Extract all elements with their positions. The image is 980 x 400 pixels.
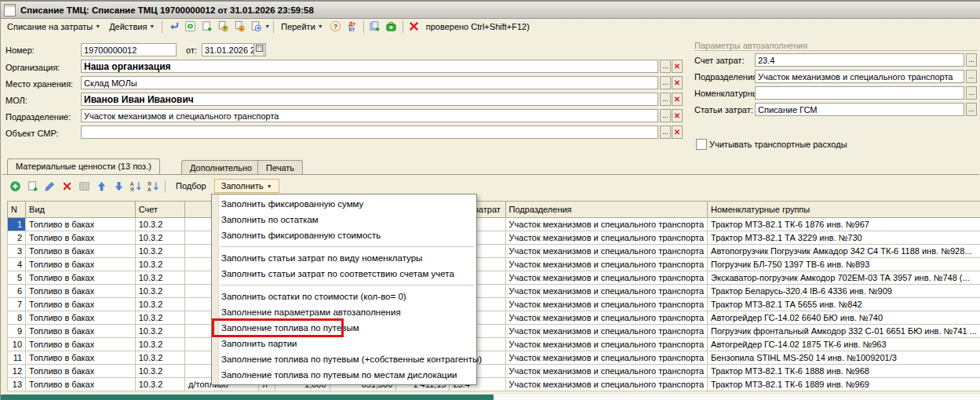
cell-account[interactable]: 10.3.2 xyxy=(135,365,184,378)
cell-account[interactable]: 10.3.2 xyxy=(135,298,184,311)
go-menu-button[interactable]: Перейти ▼ xyxy=(277,20,327,33)
cost-account-select-button[interactable]: ... xyxy=(966,53,977,67)
sort-asc-icon[interactable]: АЯ xyxy=(128,179,144,193)
cell-departments[interactable]: Участок механизмов и специального трансп… xyxy=(505,245,707,258)
tab-material-values[interactable]: Материальные ценности (13 поз.) xyxy=(7,158,160,174)
table-row[interactable]: 11Топливо в баках10.3.24,0008,3323.4Учас… xyxy=(8,351,980,365)
mol-input[interactable] xyxy=(81,93,658,106)
cell-n[interactable]: 8 xyxy=(8,311,26,325)
tab-print[interactable]: Печать xyxy=(257,160,303,174)
cell-vid[interactable]: Топливо в баках xyxy=(26,245,136,258)
cell-n[interactable]: 13 xyxy=(8,378,26,391)
cell-departments[interactable]: Участок механизмов и специального трансп… xyxy=(505,258,707,271)
cell-vid[interactable]: Топливо в баках xyxy=(26,365,136,378)
mol-clear-button[interactable]: ✕ xyxy=(672,93,683,106)
copies-add-button[interactable] xyxy=(367,20,383,34)
cell-account[interactable]: 10.3.2 xyxy=(135,338,184,351)
writeoff-menu-button[interactable]: Списание на затраты ▼ xyxy=(3,20,104,33)
cell-departments[interactable]: Участок механизмов и специального трансп… xyxy=(505,351,707,365)
fill-menu-item[interactable]: Заполнить партии xyxy=(212,336,476,351)
transport-costs-checkbox[interactable] xyxy=(696,139,707,150)
cell-n[interactable]: 3 xyxy=(8,245,26,258)
department-select-button[interactable]: ... xyxy=(660,109,671,122)
fill-menu-item[interactable]: Заполнить статьи затрат по соответствию … xyxy=(212,266,476,282)
table-row[interactable]: 4Топливо в баках10.3.2939,1002 034,7223.… xyxy=(8,258,980,271)
cell-nomen-group[interactable]: Автогрейдер ГС-14.02 6640 БЮ инв. №740 xyxy=(708,311,980,325)
cell-vid[interactable]: Топливо в баках xyxy=(26,351,136,365)
copy-document-button[interactable] xyxy=(199,20,214,34)
cell-vid[interactable]: Топливо в баках xyxy=(26,298,136,311)
cell-departments[interactable]: Участок механизмов и специального трансп… xyxy=(505,271,707,285)
cell-n[interactable]: 12 xyxy=(8,365,26,378)
number-input[interactable] xyxy=(81,43,177,56)
cell-account[interactable]: 10.3.2 xyxy=(135,271,184,285)
move-down-button[interactable] xyxy=(111,179,126,193)
cell-n[interactable]: 9 xyxy=(8,325,26,338)
pick-button[interactable]: Подбор xyxy=(169,180,213,192)
cell-departments[interactable]: Участок механизмов и специального трансп… xyxy=(505,298,707,311)
cell-nomen-group[interactable]: Погрузчик БЛ-750 1397 ТВ-6 инв. №893 xyxy=(708,258,980,271)
cell-account[interactable]: 10.3.2 xyxy=(135,351,184,365)
cell-vid[interactable]: Топливо в баках xyxy=(26,285,136,298)
add-row-button[interactable] xyxy=(7,179,23,193)
autofill-departments-input[interactable] xyxy=(755,70,964,83)
fill-menu-item[interactable]: Заполнить по остаткам xyxy=(212,212,476,227)
cell-n[interactable]: 2 xyxy=(8,231,26,245)
cell-nomen-group[interactable]: Автогрейдер ГС-14.02 1875 ТК-6 инв. №963 xyxy=(708,338,980,351)
fill-menu-item[interactable]: Заполнить остатки по стоимости (кол-во= … xyxy=(212,289,476,304)
cell-nomen-group[interactable]: Бензопила STIHL MS-250 14 инв. №1009201/… xyxy=(708,351,980,365)
fill-menu-item[interactable]: Заполнить фиксированную стоимость xyxy=(212,227,476,243)
movements-in-button[interactable] xyxy=(215,20,231,34)
department-input[interactable] xyxy=(81,109,658,122)
table-row[interactable]: 2Топливо в баках10.3.2430,300932,3223.4У… xyxy=(8,231,980,245)
save-button[interactable] xyxy=(166,20,181,34)
table-row[interactable]: 3Топливо в баках10.3.22 124,4004 602,862… xyxy=(8,245,980,258)
fill-menu-item[interactable]: Заполнение топлива по путевым по местам … xyxy=(212,367,476,383)
unmark-checked-button[interactable] xyxy=(406,20,422,34)
cell-vid[interactable]: Топливо в баках xyxy=(26,311,136,325)
smr-object-select-button[interactable]: ... xyxy=(660,125,671,139)
storage-clear-button[interactable]: ✕ xyxy=(672,76,683,89)
fill-menu-item[interactable]: Заполнить фиксированную сумму xyxy=(212,196,476,212)
cell-n[interactable]: 7 xyxy=(8,298,26,311)
fill-menu-item-highlighted[interactable]: Заполнение топлива по путевым xyxy=(212,320,476,336)
cell-departments[interactable]: Участок механизмов и специального трансп… xyxy=(505,338,707,351)
cell-departments[interactable]: Участок механизмов и специального трансп… xyxy=(505,378,707,391)
cell-nomen-group[interactable]: Автопогрузчик Погрузчик Амкадор 342 С4 Т… xyxy=(708,245,980,258)
add-to-favorites-button[interactable] xyxy=(384,20,399,34)
table-row[interactable]: 10Топливо в баках10.3.22 908,7006 302,18… xyxy=(8,338,980,351)
smr-object-input[interactable] xyxy=(81,125,658,139)
cell-account[interactable]: 10.3.2 xyxy=(135,218,184,231)
mol-select-button[interactable]: ... xyxy=(660,93,671,106)
copy-row-button[interactable] xyxy=(24,179,40,193)
storage-select-button[interactable]: ... xyxy=(660,76,671,89)
cost-items-input[interactable] xyxy=(755,103,964,116)
cell-vid[interactable]: Топливо в баках xyxy=(26,338,136,351)
dtkt-postings-button[interactable]: ДтКт xyxy=(344,20,360,34)
cell-n[interactable]: 4 xyxy=(8,258,26,271)
cell-account[interactable]: 10.3.2 xyxy=(135,245,184,258)
nomenclature-groups-input[interactable] xyxy=(755,86,964,100)
smr-object-clear-button[interactable]: ✕ xyxy=(672,125,683,139)
storage-input[interactable] xyxy=(81,76,658,89)
chevron-down-icon[interactable]: ▼ xyxy=(264,24,270,29)
department-clear-button[interactable]: ✕ xyxy=(672,109,683,122)
post-document-button[interactable] xyxy=(182,20,198,34)
cell-vid[interactable]: Топливо в баках xyxy=(26,271,136,285)
fill-menu-item[interactable]: Заполнение параметрами автозаполнения xyxy=(212,304,476,320)
cell-nomen-group[interactable]: Трактор МТЗ-82.1 ТА 3229 инв. №730 xyxy=(708,231,980,245)
help-icon[interactable]: ? xyxy=(328,20,344,34)
table-row[interactable]: 9Топливо в баках10.3.2923,5002 000,9123.… xyxy=(8,325,980,338)
cell-vid[interactable]: Топливо в баках xyxy=(26,325,136,338)
cell-departments[interactable]: Участок механизмов и специального трансп… xyxy=(505,325,707,338)
fill-menu-item[interactable]: Заполнить статьи затрат по виду номенкла… xyxy=(212,250,476,266)
cell-nomen-group[interactable]: Погрузчик фронтальный Амкодор 332 С-01 6… xyxy=(708,325,980,338)
cell-departments[interactable]: Участок механизмов и специального трансп… xyxy=(505,365,707,378)
cell-nomen-group[interactable]: Трактор МТЗ-82.1 ТК-6 1889 инв. №969 xyxy=(708,378,980,391)
nomenclature-groups-select-button[interactable]: ... xyxy=(966,86,977,100)
table-row[interactable]: 8Топливо в баках10.3.2922,4001 998,5323.… xyxy=(8,311,980,325)
cell-account[interactable]: 10.3.2 xyxy=(135,231,184,245)
end-edit-button[interactable] xyxy=(76,179,92,193)
cell-vid[interactable]: Топливо в баках xyxy=(26,378,136,391)
cell-nomen-group[interactable]: Трактор МТЗ-82.1 ТА 5655 инв. №842 xyxy=(708,298,980,311)
